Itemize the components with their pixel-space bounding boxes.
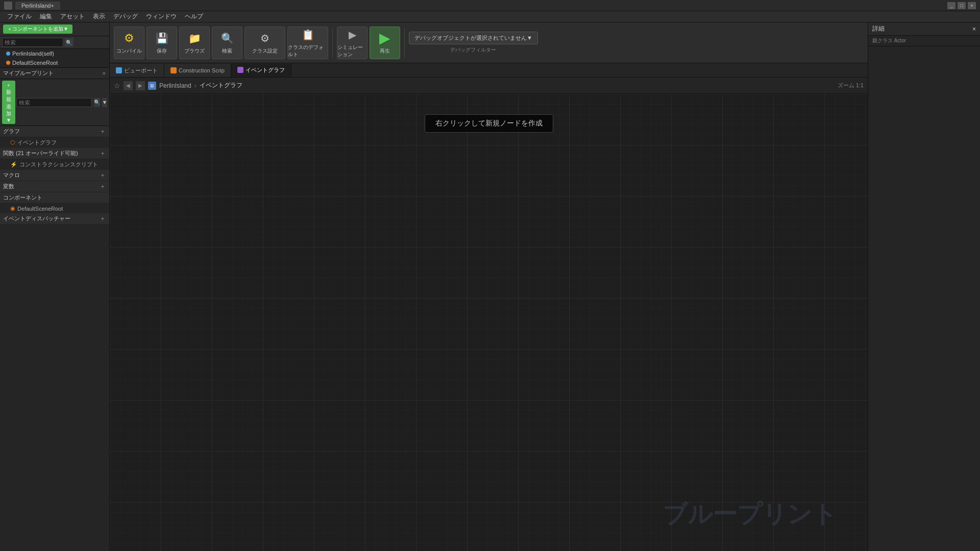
canvas-area: ☆ ◀ ▶ ⊞ PerlinIsland › イベントグラフ ズーム 1:1 右…	[110, 78, 868, 551]
details-close-btn[interactable]: ×	[972, 26, 976, 33]
menu-edit[interactable]: 編集	[36, 11, 56, 22]
components-section: ＋コンポーネントを追加▼ 🔍 PerlinIsland(self) Defaul…	[0, 22, 109, 68]
class-defaults-btn[interactable]: 📋 クラスのデフォルト	[287, 27, 328, 59]
breadcrumb-current: イベントグラフ	[200, 81, 242, 90]
add-new-btn[interactable]: ＋新規追加▼	[2, 81, 15, 124]
close-btn[interactable]: ×	[968, 2, 976, 9]
play-icon: ▶	[378, 31, 392, 45]
add-dispatcher-btn[interactable]: +	[99, 215, 106, 222]
blueprint-search-icon[interactable]: 🔍	[94, 98, 100, 107]
menu-bar: ファイル 編集 アセット 表示 デバッグ ウィンドウ ヘルプ	[0, 11, 980, 22]
simulate-btn[interactable]: ▶ シミュレーション	[337, 27, 368, 59]
window-controls: _ □ ×	[947, 2, 976, 9]
components-header: ＋コンポーネントを追加▼	[0, 22, 109, 36]
nav-back-btn[interactable]: ◀	[124, 81, 133, 90]
viewport-tab-icon	[116, 67, 122, 73]
parent-class-bar: 親クラス Actor	[868, 36, 980, 46]
sub-item-event-graph[interactable]: ⬡ イベントグラフ	[0, 137, 109, 148]
toolbar: コンパイル 💾 保存 📁 ブラウズ 🔍 検索 ⚙ クラス設定	[110, 22, 868, 63]
watermark: ブループリント	[663, 498, 837, 531]
minimize-btn[interactable]: _	[947, 2, 955, 9]
class-settings-btn[interactable]: ⚙ クラス設定	[244, 27, 285, 59]
search-btn[interactable]: 🔍 検索	[212, 27, 242, 59]
graph-icon: ⬡	[10, 139, 15, 146]
zoom-label: ズーム 1:1	[838, 82, 864, 89]
menu-help[interactable]: ヘルプ	[181, 11, 207, 22]
tab-construction-script[interactable]: Construction Scrip	[164, 64, 231, 77]
category-graph[interactable]: グラフ +	[0, 126, 109, 137]
sub-item-default-scene-root[interactable]: ◉ DefaultSceneRoot	[0, 204, 109, 213]
right-area: コンパイル 💾 保存 📁 ブラウズ 🔍 検索 ⚙ クラス設定	[110, 22, 868, 551]
hint-box: 右クリックして新規ノードを作成	[425, 114, 553, 133]
construction-tab-icon	[170, 67, 177, 73]
tree-item-root[interactable]: DefaultSceneRoot	[0, 58, 109, 67]
add-function-btn[interactable]: +	[99, 150, 106, 157]
nav-forward-btn[interactable]: ▶	[136, 81, 145, 90]
favorite-btn[interactable]: ☆	[114, 82, 120, 90]
my-blueprint-header: マイブループリント ✕	[0, 68, 109, 79]
app-icon	[4, 2, 12, 10]
tab-event-graph[interactable]: イベントグラフ	[231, 64, 291, 77]
menu-asset[interactable]: アセット	[56, 11, 89, 22]
add-graph-btn[interactable]: +	[99, 128, 106, 135]
breadcrumb-bar: ☆ ◀ ▶ ⊞ PerlinIsland › イベントグラフ ズーム 1:1	[110, 78, 868, 94]
tab-viewport[interactable]: ビューポート	[110, 64, 164, 77]
blueprint-search-input[interactable]	[16, 98, 92, 107]
title-bar: PerlinIsland+ _ □ ×	[0, 0, 980, 11]
compile-icon	[122, 31, 136, 45]
left-panel: ＋コンポーネントを追加▼ 🔍 PerlinIsland(self) Defaul…	[0, 22, 110, 551]
script-icon: ⚡	[10, 161, 17, 168]
tree-item-self[interactable]: PerlinIsland(self)	[0, 49, 109, 58]
breadcrumb-project[interactable]: PerlinIsland	[159, 82, 191, 89]
menu-view[interactable]: 表示	[89, 11, 109, 22]
category-functions[interactable]: 関数 (21 オーバーライド可能) +	[0, 148, 109, 159]
my-blueprint-section: マイブループリント ✕ ＋新規追加▼ 🔍 ▼ グラフ + ⬡ イベントグラフ 関…	[0, 68, 109, 551]
blueprint-search-bar: ＋新規追加▼ 🔍 ▼	[0, 79, 109, 126]
event-graph-tab-icon	[237, 67, 243, 73]
main-layout: ＋コンポーネントを追加▼ 🔍 PerlinIsland(self) Defaul…	[0, 22, 980, 551]
maximize-btn[interactable]: □	[958, 2, 966, 9]
play-btn[interactable]: ▶ 再生	[370, 27, 400, 59]
save-btn[interactable]: 💾 保存	[146, 27, 177, 59]
menu-file[interactable]: ファイル	[3, 11, 36, 22]
add-variable-btn[interactable]: +	[99, 183, 106, 190]
search-icon: 🔍	[220, 31, 234, 45]
menu-debug[interactable]: デバッグ	[109, 11, 142, 22]
category-dispatchers[interactable]: イベントディスパッチャー +	[0, 213, 109, 224]
category-macros[interactable]: マクロ +	[0, 170, 109, 181]
details-panel: 詳細 × 親クラス Actor	[868, 22, 980, 551]
class-defaults-icon: 📋	[301, 28, 315, 42]
sub-item-construction-script[interactable]: ⚡ コンストラクションスクリプト	[0, 159, 109, 170]
grid-canvas[interactable]: 右クリックして新規ノードを作成 ブループリント	[110, 94, 868, 551]
simulate-icon: ▶	[345, 28, 359, 42]
browse-btn[interactable]: 📁 ブラウズ	[179, 27, 210, 59]
browse-icon: 📁	[187, 31, 202, 45]
component-icon: ◉	[10, 205, 15, 212]
menu-window[interactable]: ウィンドウ	[142, 11, 181, 22]
components-search-input[interactable]	[2, 38, 63, 47]
components-search-box: 🔍	[0, 36, 109, 49]
components-search-btn[interactable]: 🔍	[64, 38, 74, 47]
category-variables[interactable]: 変数 +	[0, 181, 109, 192]
compile-btn[interactable]: コンパイル	[114, 27, 144, 59]
details-header: 詳細 ×	[868, 22, 980, 36]
debug-section: デバッグオブジェクトが選択されていません▼ デバッグフィルター	[409, 32, 538, 54]
add-macro-btn[interactable]: +	[99, 172, 106, 179]
category-components[interactable]: コンポーネント	[0, 192, 109, 204]
dot-orange-icon	[6, 61, 10, 65]
title-tab[interactable]: PerlinIsland+	[15, 2, 60, 10]
debug-object-btn[interactable]: デバッグオブジェクトが選択されていません▼	[409, 32, 538, 44]
dot-icon	[6, 52, 10, 56]
breadcrumb-project-icon: ⊞	[148, 82, 156, 90]
add-component-btn[interactable]: ＋コンポーネントを追加▼	[3, 24, 72, 34]
breadcrumb-separator: ›	[194, 82, 197, 89]
blueprint-filter-icon[interactable]: ▼	[102, 98, 107, 107]
class-settings-icon: ⚙	[258, 31, 272, 45]
toolbar-separator-2	[404, 28, 405, 58]
save-icon: 💾	[155, 31, 169, 45]
tab-bar: ビューポート Construction Scrip イベントグラフ	[110, 63, 868, 78]
debug-filter-label: デバッグフィルター	[450, 46, 496, 54]
toolbar-separator-1	[332, 28, 333, 58]
